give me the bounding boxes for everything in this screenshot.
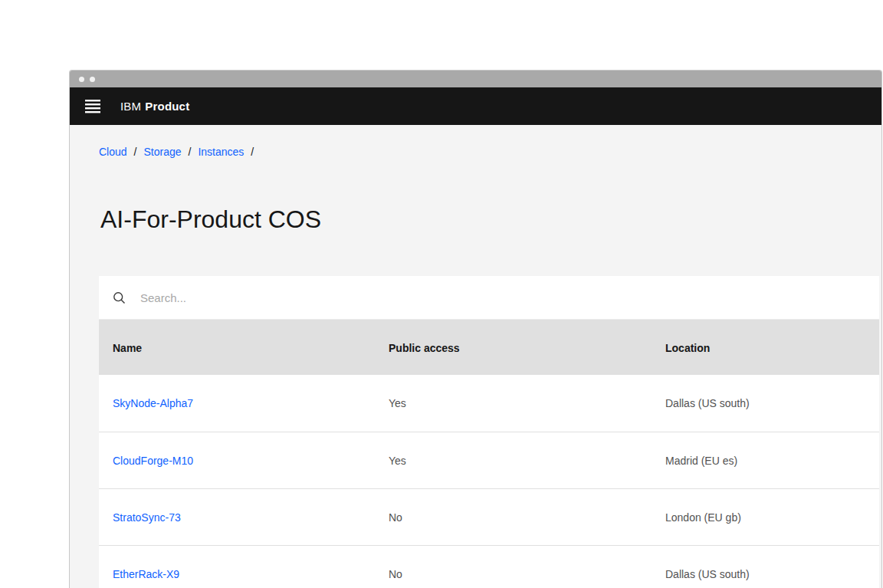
- breadcrumb-link-storage[interactable]: Storage: [143, 146, 181, 158]
- cell-name: CloudForge-M10: [113, 455, 389, 467]
- instance-link[interactable]: StratoSync-73: [113, 511, 181, 524]
- window-control-dot[interactable]: [79, 77, 84, 82]
- cell-name: SkyNode-Alpha7: [113, 397, 389, 409]
- brand-prefix: IBM: [120, 100, 141, 113]
- cell-location: London (EU gb): [665, 511, 879, 524]
- table-header-row: Name Public access Location: [99, 320, 879, 375]
- cell-name: StratoSync-73: [113, 511, 389, 524]
- breadcrumb-separator: /: [251, 146, 254, 158]
- cell-location: Madrid (EU es): [665, 455, 879, 467]
- column-header-public-access: Public access: [389, 340, 665, 354]
- page-title: AI-For-Product COS: [100, 203, 879, 235]
- breadcrumb-separator: /: [189, 146, 192, 158]
- breadcrumb-separator: /: [134, 146, 137, 158]
- breadcrumb-link-instances[interactable]: Instances: [198, 146, 244, 158]
- cell-name: EtherRack-X9: [113, 568, 389, 580]
- cell-location: Dallas (US south): [665, 568, 879, 580]
- cell-location: Dallas (US south): [665, 397, 879, 409]
- browser-window: IBMProduct Cloud / Storage / Instances /…: [69, 70, 882, 588]
- breadcrumb-link-cloud[interactable]: Cloud: [99, 146, 127, 158]
- window-titlebar: [70, 71, 881, 87]
- instance-link[interactable]: CloudForge-M10: [113, 455, 193, 467]
- menu-button[interactable]: [84, 97, 102, 116]
- table-search-bar: [99, 276, 879, 320]
- instance-link[interactable]: SkyNode-Alpha7: [113, 397, 193, 409]
- window-control-dot[interactable]: [90, 77, 95, 82]
- table-row: CloudForge-M10 Yes Madrid (EU es): [99, 432, 879, 488]
- breadcrumb: Cloud / Storage / Instances /: [99, 146, 879, 158]
- app-header: IBMProduct: [70, 87, 881, 125]
- cell-public-access: Yes: [389, 455, 665, 467]
- cell-public-access: No: [389, 511, 665, 524]
- hamburger-menu-icon: [84, 99, 101, 113]
- table-row: EtherRack-X9 No Dallas (US south): [99, 545, 879, 588]
- search-input[interactable]: [140, 291, 677, 304]
- column-header-location: Location: [665, 340, 879, 354]
- instance-link[interactable]: EtherRack-X9: [113, 568, 179, 580]
- data-table: Name Public access Location SkyNode-Alph…: [99, 276, 879, 588]
- search-icon: [113, 291, 126, 304]
- cell-public-access: Yes: [389, 397, 665, 409]
- cell-public-access: No: [389, 568, 665, 580]
- table-row: SkyNode-Alpha7 Yes Dallas (US south): [99, 375, 879, 432]
- table-row: StratoSync-73 No London (EU gb): [99, 488, 879, 545]
- column-header-name: Name: [113, 340, 389, 354]
- brand: IBMProduct: [120, 100, 189, 113]
- page-content: Cloud / Storage / Instances / AI-For-Pro…: [70, 125, 881, 588]
- brand-name: Product: [145, 100, 189, 113]
